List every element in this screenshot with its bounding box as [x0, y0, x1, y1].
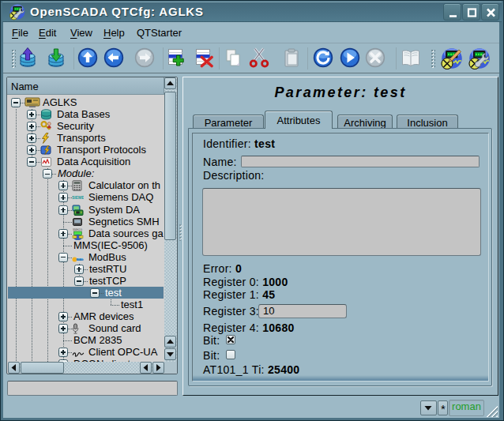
- svg-text:SIEMENS: SIEMENS: [72, 195, 84, 200]
- svg-text:Modbus: Modbus: [77, 257, 84, 261]
